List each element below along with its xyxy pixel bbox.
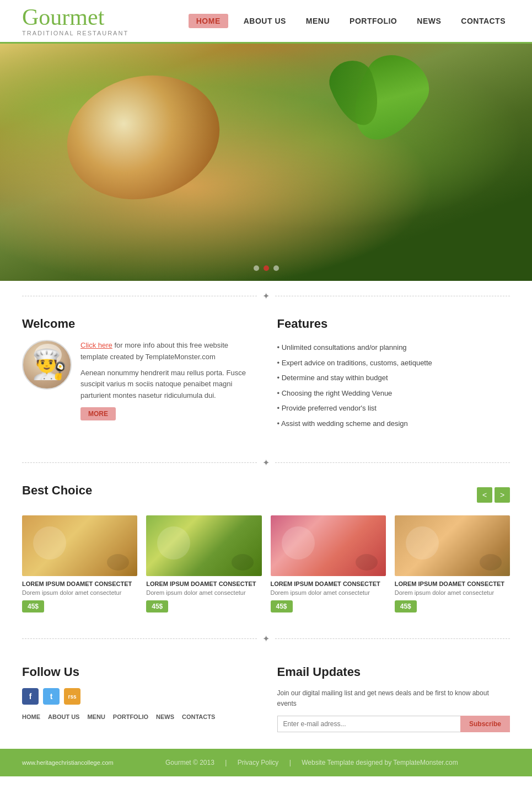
divider-line-left-2 [22, 462, 257, 463]
click-here-link[interactable]: Click here [80, 341, 112, 349]
footer-nav-contacts[interactable]: CONTACTS [182, 713, 215, 720]
divider-icon-3: ✦ [262, 633, 270, 644]
hero-banner [0, 44, 532, 281]
twitter-icon[interactable]: t [43, 688, 60, 705]
next-arrow[interactable]: > [495, 487, 510, 503]
divider-line-left [22, 296, 257, 296]
welcome-column: Welcome Click here for more info about t… [22, 317, 255, 431]
email-updates-desc: Join our digital mailing list and get ne… [277, 688, 510, 709]
logo: Gourmet TRADITIONAL RESTAURANT [22, 6, 128, 36]
divider-icon-1: ✦ [262, 291, 270, 301]
email-updates-column: Email Updates Join our digital mailing l… [277, 665, 510, 732]
footer-nav: HOME ABOUT US MENU PORTFOLIO NEWS CONTAC… [22, 713, 255, 720]
follow-us-title: Follow Us [22, 665, 255, 679]
welcome-inner: Click here for more info about this free… [22, 340, 255, 420]
food-desc-2: Dorem ipsum dolor amet consectetur [146, 589, 261, 596]
footer-privacy[interactable]: Privacy Policy [238, 759, 279, 766]
header: Gourmet TRADITIONAL RESTAURANT HOME ABOU… [0, 0, 532, 44]
footer-nav-about[interactable]: ABOUT US [48, 713, 79, 720]
subscribe-button[interactable]: Subscribe [460, 716, 510, 732]
footer-nav-menu[interactable]: MENU [87, 713, 105, 720]
feature-item-3: Determine and stay within budget [277, 370, 510, 386]
footer-brand: Gourmet © 2013 [165, 759, 214, 766]
welcome-title: Welcome [22, 317, 255, 331]
more-button[interactable]: MORE [80, 407, 116, 420]
food-card-1: LOREM IPSUM DOAMET CONSECTET Dorem ipsum… [22, 515, 137, 612]
follow-us-column: Follow Us f t rss HOME ABOUT US MENU POR… [22, 665, 255, 732]
chef-avatar [22, 340, 72, 390]
food-price-1: 45$ [22, 600, 44, 612]
welcome-text: Click here for more info about this free… [80, 340, 255, 420]
nav-about[interactable]: ABOUT US [239, 14, 291, 28]
food-label-3: LOREM IPSUM DOAMET CONSECTET [271, 580, 386, 587]
food-card-2: LOREM IPSUM DOAMET CONSECTET Dorem ipsum… [146, 515, 261, 612]
nav-news[interactable]: NEWS [412, 14, 445, 28]
divider-2: ✦ [0, 448, 532, 478]
social-icons: f t rss [22, 688, 255, 705]
features-title: Features [277, 317, 510, 331]
carousel-arrows: < > [477, 487, 510, 503]
nav-home[interactable]: HOME [189, 14, 228, 28]
footer-left-text: www.heritagechristiancollege.com [22, 759, 114, 766]
divider-icon-2: ✦ [262, 457, 270, 468]
hero-dot-2[interactable] [264, 265, 269, 271]
logo-subtitle: TRADITIONAL RESTAURANT [22, 30, 128, 36]
divider-1: ✦ [0, 281, 532, 311]
facebook-icon[interactable]: f [22, 688, 39, 705]
welcome-body: Aenean nonummy hendrerit mau rellus port… [80, 367, 255, 402]
food-price-2: 45$ [146, 600, 168, 612]
features-column: Features Unlimited consultations and/or … [277, 317, 510, 431]
features-list: Unlimited consultations and/or planning … [277, 340, 510, 431]
divider-3: ✦ [0, 624, 532, 654]
footer-center-text: Gourmet © 2013 | Privacy Policy | Websit… [161, 759, 463, 766]
nav-portfolio[interactable]: PORTFOLIO [345, 14, 401, 28]
hero-dot-1[interactable] [254, 265, 259, 271]
food-label-4: LOREM IPSUM DOAMET CONSECTET [395, 580, 510, 587]
food-grid: LOREM IPSUM DOAMET CONSECTET Dorem ipsum… [0, 515, 532, 612]
feature-item-2: Expert advice on traditions, customs, ae… [277, 355, 510, 371]
food-desc-4: Dorem ipsum dolor amet consectetur [395, 589, 510, 596]
best-choice-header: Best Choice < > [0, 478, 532, 515]
footer-template-credit: Website Template designed by TemplateMon… [302, 759, 458, 766]
food-price-4: 45$ [395, 600, 417, 612]
food-card-3: LOREM IPSUM DOAMET CONSECTET Dorem ipsum… [271, 515, 386, 612]
footer-sep-2: | [289, 759, 291, 766]
email-updates-title: Email Updates [277, 665, 510, 679]
best-choice-title: Best Choice [22, 483, 92, 498]
hero-dots [254, 265, 279, 271]
divider-line-left-3 [22, 638, 257, 639]
prev-arrow[interactable]: < [477, 487, 492, 503]
food-label-1: LOREM IPSUM DOAMET CONSECTET [22, 580, 137, 587]
feature-item-1: Unlimited consultations and/or planning [277, 340, 510, 355]
footer-sep-1: | [225, 759, 227, 766]
email-form: Subscribe [277, 716, 510, 732]
main-nav: HOME ABOUT US MENU PORTFOLIO NEWS CONTAC… [189, 14, 510, 28]
footer-nav-home[interactable]: HOME [22, 713, 40, 720]
divider-line-right [275, 296, 510, 296]
divider-line-right-2 [275, 462, 510, 463]
logo-letter: G [22, 4, 39, 30]
food-image-4 [395, 515, 510, 576]
nav-contacts[interactable]: CONTACTS [456, 14, 510, 28]
food-label-2: LOREM IPSUM DOAMET CONSECTET [146, 580, 261, 587]
food-desc-1: Dorem ipsum dolor amet consectetur [22, 589, 137, 596]
footer-nav-portfolio[interactable]: PORTFOLIO [113, 713, 148, 720]
food-image-1 [22, 515, 137, 576]
welcome-features-section: Welcome Click here for more info about t… [0, 311, 532, 448]
hero-dot-3[interactable] [273, 265, 279, 271]
food-card-4: LOREM IPSUM DOAMET CONSECTET Dorem ipsum… [395, 515, 510, 612]
feature-item-4: Choosing the right Wedding Venue [277, 386, 510, 401]
follow-email-section: Follow Us f t rss HOME ABOUT US MENU POR… [0, 654, 532, 749]
logo-title: Gourmet [22, 6, 128, 29]
email-input[interactable] [277, 716, 460, 732]
food-price-3: 45$ [271, 600, 293, 612]
feature-item-5: Provide preferred vendor's list [277, 401, 510, 416]
rss-icon[interactable]: rss [64, 688, 80, 705]
footer-nav-news[interactable]: NEWS [156, 713, 174, 720]
divider-line-right-3 [275, 638, 510, 639]
food-image-3 [271, 515, 386, 576]
green-footer: www.heritagechristiancollege.com Gourmet… [0, 749, 532, 776]
nav-menu[interactable]: MENU [302, 14, 334, 28]
food-desc-3: Dorem ipsum dolor amet consectetur [271, 589, 386, 596]
feature-item-6: Assist with wedding scheme and design [277, 416, 510, 432]
